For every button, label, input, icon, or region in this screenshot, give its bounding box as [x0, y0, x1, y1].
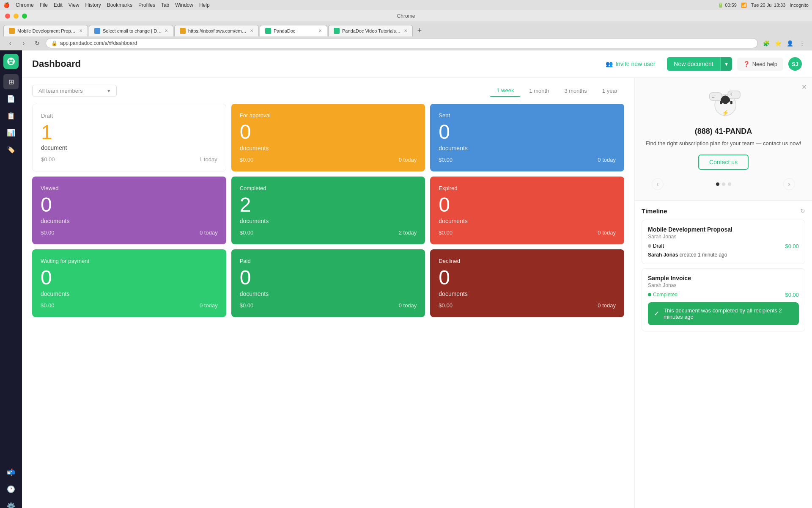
sidebar-item-documents[interactable]: 📄 [3, 91, 19, 106]
header-actions: 👥 Invite new user New document ▾ ❓ Need … [599, 57, 802, 71]
menu-file[interactable]: File [40, 2, 48, 8]
invite-icon: 👥 [606, 61, 613, 67]
tab-4[interactable]: PandaDoc ✕ [260, 25, 327, 36]
new-doc-dropdown-arrow[interactable]: ▾ [720, 57, 732, 71]
card-completed[interactable]: Completed 2 documents $0.00 2 today [231, 177, 425, 244]
team-filter-dropdown[interactable]: All team members ▾ [32, 85, 117, 97]
bookmark-icon[interactable]: ⭐ [773, 38, 783, 48]
carousel-prev[interactable]: ‹ [652, 178, 664, 190]
address-bar: ‹ › ↻ 🔒 app.pandadoc.com/a/#/dashboard 🧩… [0, 36, 812, 50]
card-approval-footer: $0.00 0 today [240, 157, 417, 163]
invite-label: Invite new user [615, 61, 655, 67]
card-draft[interactable]: Draft 1 document $0.00 1 today [32, 104, 226, 171]
tab-2-label: Select email to change | Djang... [103, 28, 162, 33]
apple-menu[interactable]: 🍎 [3, 2, 10, 8]
invite-new-user-button[interactable]: 👥 Invite new user [599, 57, 662, 71]
extensions-icon[interactable]: 🧩 [761, 38, 771, 48]
menu-tab[interactable]: Tab [161, 2, 169, 8]
app-container: ⊞ 📄 📋 📊 🏷️ 📬 🕐 ⚙️ Dashboard [0, 50, 812, 508]
promo-close-button[interactable]: ✕ [801, 83, 807, 91]
sidebar-item-reports[interactable]: 📊 [3, 125, 19, 140]
menu-chrome[interactable]: Chrome [16, 2, 34, 8]
dashboard-icon: ⊞ [8, 78, 14, 86]
tab-1-close[interactable]: ✕ [79, 28, 82, 33]
new-tab-button[interactable]: + [414, 25, 425, 36]
menu-icon[interactable]: ⋮ [797, 38, 807, 48]
inbox-icon: 📬 [7, 468, 15, 476]
profile-icon[interactable]: 👤 [785, 38, 795, 48]
card-declined-today: 0 today [598, 302, 616, 309]
user-avatar[interactable]: SJ [788, 57, 802, 71]
card-sent-unit: documents [439, 145, 616, 152]
carousel-dot-1[interactable] [716, 182, 719, 186]
timeline-item-2-meta: Completed $0.00 [648, 292, 799, 298]
card-approval[interactable]: For approval 0 documents $0.00 0 today [231, 104, 425, 171]
carousel-dot-2[interactable] [722, 182, 725, 186]
menu-help[interactable]: Help [199, 2, 210, 8]
card-expired-title: Expired [439, 185, 616, 191]
menu-view[interactable]: View [69, 2, 80, 8]
promo-card: ✕ ... ? [635, 78, 812, 201]
svg-text:?: ? [730, 93, 732, 97]
need-help-button[interactable]: ❓ Need help [737, 58, 783, 71]
card-declined[interactable]: Declined 0 documents $0.00 0 today [430, 249, 624, 317]
tab-2-close[interactable]: ✕ [165, 28, 168, 33]
card-sent[interactable]: Sent 0 documents $0.00 0 today [430, 104, 624, 171]
menu-window[interactable]: Window [175, 2, 193, 8]
help-icon: ❓ [743, 61, 750, 67]
card-expired[interactable]: Expired 0 documents $0.00 0 today [430, 177, 624, 244]
card-waiting-today: 0 today [200, 302, 218, 309]
filter-3months[interactable]: 3 months [557, 85, 593, 97]
carousel-next[interactable]: › [783, 178, 795, 190]
filter-1year[interactable]: 1 year [595, 85, 624, 97]
filter-1week[interactable]: 1 week [490, 85, 521, 97]
card-declined-title: Declined [439, 258, 616, 264]
tab-3[interactable]: https://inboxflows.com/emails/... ✕ [174, 25, 259, 36]
tab-4-favicon [265, 28, 271, 34]
card-paid[interactable]: Paid 0 documents $0.00 0 today [231, 249, 425, 317]
tab-5[interactable]: PandaDoc Video Tutorials (Tri... ✕ [328, 25, 413, 36]
card-viewed[interactable]: Viewed 0 documents $0.00 0 today [32, 177, 226, 244]
tab-3-label: https://inboxflows.com/emails/... [188, 28, 247, 33]
sidebar-item-templates[interactable]: 📋 [3, 108, 19, 123]
tab-5-close[interactable]: ✕ [404, 28, 407, 33]
timeline-refresh-icon[interactable]: ↻ [800, 207, 805, 214]
incognito-indicator: Incognito [790, 3, 809, 8]
left-panel: All team members ▾ 1 week 1 month 3 mont… [22, 78, 634, 508]
menu-history[interactable]: History [85, 2, 101, 8]
forward-button[interactable]: › [19, 38, 29, 48]
sidebar-logo[interactable] [3, 54, 19, 69]
tab-3-close[interactable]: ✕ [250, 28, 253, 33]
timeline-item-1[interactable]: Mobile Development Proposal Sarah Jonas … [642, 220, 805, 264]
sidebar-item-dashboard[interactable]: ⊞ [3, 74, 19, 89]
filter-1month[interactable]: 1 month [522, 85, 556, 97]
main-content: Dashboard 👥 Invite new user New document… [22, 50, 812, 508]
tab-1[interactable]: Mobile Development Proposal ✕ [3, 25, 88, 36]
menu-profiles[interactable]: Profiles [138, 2, 155, 8]
back-button[interactable]: ‹ [5, 38, 15, 48]
sidebar-item-inbox[interactable]: 📬 [3, 464, 19, 480]
sidebar-item-settings[interactable]: ⚙️ [3, 498, 19, 508]
card-waiting[interactable]: Waiting for payment 0 documents $0.00 0 … [32, 249, 226, 317]
sidebar-item-activity[interactable]: 🕐 [3, 481, 19, 497]
sidebar: ⊞ 📄 📋 📊 🏷️ 📬 🕐 ⚙️ [0, 50, 22, 508]
team-filter-chevron: ▾ [107, 88, 110, 94]
contact-us-button[interactable]: Contact us [698, 155, 749, 170]
svg-text:⚡: ⚡ [721, 109, 729, 116]
catalog-icon: 🏷️ [7, 146, 15, 154]
timeline-item-2[interactable]: Sample Invoice Sarah Jonas Completed $0.… [642, 268, 805, 331]
tab-4-close[interactable]: ✕ [318, 28, 322, 33]
card-draft-today: 1 today [199, 156, 217, 163]
card-draft-title: Draft [41, 113, 217, 119]
sidebar-item-catalog[interactable]: 🏷️ [3, 142, 19, 157]
url-bar[interactable]: 🔒 app.pandadoc.com/a/#/dashboard [46, 38, 758, 48]
reports-icon: 📊 [7, 129, 15, 137]
reload-button[interactable]: ↻ [32, 38, 42, 48]
card-sent-title: Sent [439, 112, 616, 119]
carousel-dot-3[interactable] [728, 182, 731, 186]
menu-bookmarks[interactable]: Bookmarks [107, 2, 132, 8]
tab-2[interactable]: Select email to change | Djang... ✕ [89, 25, 173, 36]
new-document-button[interactable]: New document ▾ [667, 57, 732, 71]
menu-edit[interactable]: Edit [54, 2, 63, 8]
timeline-item-1-actor: Sarah Jonas [648, 252, 678, 258]
